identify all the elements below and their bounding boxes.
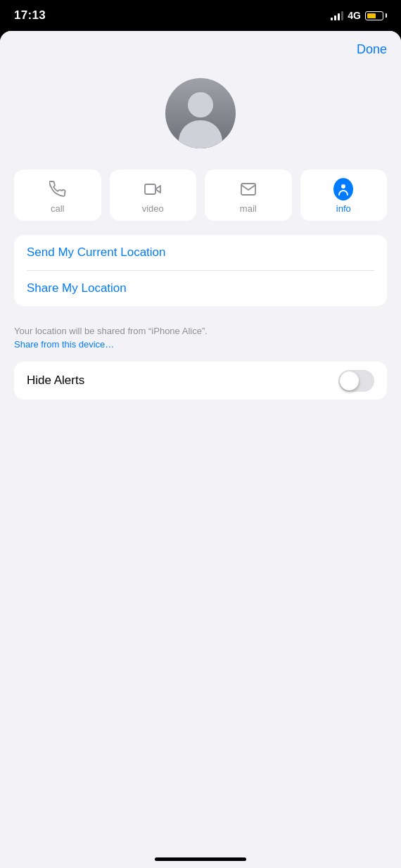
home-indicator <box>155 857 246 861</box>
action-buttons-row: call video mail <box>0 170 401 235</box>
call-button[interactable]: call <box>14 170 101 221</box>
info-label: info <box>336 203 351 214</box>
mail-label: mail <box>240 203 257 214</box>
main-content: Done call <box>0 31 401 868</box>
info-icon <box>333 179 353 199</box>
status-icons: 4G <box>331 10 387 21</box>
avatar-person-shape <box>179 92 222 148</box>
location-footer-text: Your location will be shared from “iPhon… <box>14 326 208 336</box>
location-footer: Your location will be shared from “iPhon… <box>0 317 401 351</box>
signal-bar-4 <box>341 11 343 20</box>
share-from-device-link[interactable]: Share from this device… <box>14 339 114 350</box>
battery-icon <box>365 11 387 20</box>
done-button[interactable]: Done <box>357 42 387 57</box>
toggle-knob <box>340 371 359 390</box>
hide-alerts-row: Hide Alerts <box>27 362 374 400</box>
battery-fill <box>367 13 376 18</box>
mail-button[interactable]: mail <box>205 170 292 221</box>
phone-icon <box>48 179 68 199</box>
alerts-section: Hide Alerts <box>14 362 387 400</box>
send-location-label: Send My Current Location <box>27 245 166 259</box>
location-section: Send My Current Location Share My Locati… <box>14 235 387 306</box>
avatar-body-shape <box>179 120 222 148</box>
header: Done <box>0 31 401 64</box>
battery-body <box>365 11 383 20</box>
video-label: video <box>142 203 164 214</box>
signal-bar-2 <box>334 15 336 20</box>
share-location-item[interactable]: Share My Location <box>14 271 387 306</box>
hide-alerts-label: Hide Alerts <box>27 374 84 388</box>
status-bar: 17:13 4G <box>0 0 401 31</box>
svg-rect-1 <box>145 184 155 194</box>
signal-bars-icon <box>331 11 343 20</box>
share-location-label: Share My Location <box>27 281 127 295</box>
avatar <box>165 78 236 148</box>
video-button[interactable]: video <box>110 170 197 221</box>
signal-bar-3 <box>338 13 340 20</box>
avatar-head-shape <box>188 92 213 117</box>
video-icon <box>143 179 163 199</box>
svg-point-2 <box>341 184 345 189</box>
avatar-section <box>0 64 401 170</box>
hide-alerts-toggle[interactable] <box>338 370 374 392</box>
battery-tip <box>386 13 387 18</box>
svg-marker-0 <box>155 186 160 193</box>
network-label: 4G <box>348 10 361 21</box>
send-location-item[interactable]: Send My Current Location <box>14 235 387 270</box>
status-time: 17:13 <box>14 8 46 23</box>
call-label: call <box>51 203 65 214</box>
mail-icon <box>238 179 258 199</box>
info-button[interactable]: info <box>300 170 388 221</box>
info-avatar-shape <box>333 178 353 200</box>
signal-bar-1 <box>331 18 333 20</box>
